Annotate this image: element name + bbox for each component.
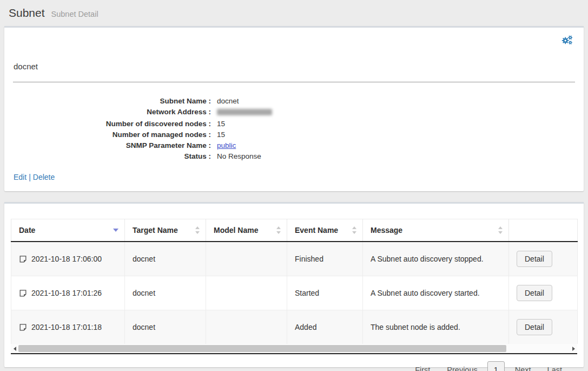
scroll-left-arrow-icon[interactable] — [11, 347, 18, 351]
field-managed-nodes: Number of managed nodes : 15 — [13, 129, 575, 140]
column-label: Target Name — [133, 226, 178, 235]
column-header-message[interactable]: Message — [363, 219, 509, 242]
model-name-cell — [206, 276, 287, 310]
date-cell: 2021-10-18 17:01:26 — [19, 289, 120, 297]
page-title: Subnet — [9, 6, 45, 19]
column-label: Message — [371, 226, 402, 235]
events-table-wrap: Date Target Name Model Name Event N — [11, 219, 577, 354]
subnet-name-heading: docnet — [14, 62, 38, 71]
page-header: Subnet Subnet Detail — [0, 0, 588, 26]
field-value: 15 — [217, 119, 225, 129]
field-value: 15 — [217, 129, 225, 140]
sort-both-icon — [276, 226, 281, 234]
events-table: Date Target Name Model Name Event N — [11, 219, 578, 344]
table-row: 2021-10-18 17:01:18 docnet Added The sub… — [11, 310, 578, 344]
target-name-cell: docnet — [125, 276, 206, 310]
event-name-cell: Finished — [287, 242, 363, 276]
field-status: Status : No Response — [13, 151, 575, 162]
field-label: Network Address : — [13, 107, 211, 119]
subnet-detail-panel: docnet Subnet Name : docnet Network Addr… — [4, 26, 584, 191]
message-cell: The subnet node is added. — [363, 310, 509, 344]
events-table-header-row: Date Target Name Model Name Event N — [11, 219, 578, 242]
event-note-icon — [19, 323, 27, 331]
delete-link[interactable]: Delete — [33, 173, 55, 181]
column-label: Model Name — [214, 226, 258, 235]
column-header-event-name[interactable]: Event Name — [287, 219, 363, 242]
sort-both-icon — [195, 226, 200, 234]
sort-both-icon — [498, 226, 503, 234]
subnet-actions: Edit|Delete — [14, 173, 55, 181]
field-label: SNMP Parameter Name : — [13, 140, 211, 151]
column-header-date[interactable]: Date — [11, 219, 125, 242]
scroll-right-arrow-icon[interactable] — [570, 347, 577, 351]
event-date: 2021-10-18 17:01:26 — [31, 289, 102, 297]
subnet-detail-fields: Subnet Name : docnet Network Address : N… — [13, 96, 575, 162]
events-panel: Date Target Name Model Name Event N — [4, 202, 584, 367]
event-note-icon — [19, 255, 27, 263]
pagination-current-page[interactable]: 1 — [487, 361, 505, 371]
event-note-icon — [19, 289, 27, 297]
pagination-last[interactable]: Last — [547, 366, 562, 371]
edit-link[interactable]: Edit — [14, 173, 27, 181]
settings-gears-icon[interactable] — [561, 35, 573, 45]
sort-both-icon — [352, 226, 357, 234]
pagination-first[interactable]: First — [415, 366, 430, 371]
horizontal-scrollbar[interactable] — [11, 344, 577, 353]
network-address-redacted-value — [217, 107, 272, 119]
column-header-actions — [509, 219, 578, 242]
pagination-previous[interactable]: Previous — [447, 366, 477, 371]
target-name-cell: docnet — [125, 310, 206, 344]
detail-button[interactable]: Detail — [517, 319, 552, 335]
event-date: 2021-10-18 17:01:18 — [31, 323, 102, 331]
model-name-cell — [206, 310, 287, 344]
table-row: 2021-10-18 17:06:00 docnet Finished A Su… — [11, 242, 578, 276]
detail-button[interactable]: Detail — [517, 251, 552, 267]
field-value: No Response — [217, 151, 261, 162]
column-header-target-name[interactable]: Target Name — [125, 219, 206, 242]
field-discovered-nodes: Number of discovered nodes : 15 — [13, 119, 575, 129]
message-cell: A Subnet auto discovery stopped. — [363, 242, 509, 276]
field-label: Subnet Name : — [13, 96, 211, 107]
table-row: 2021-10-18 17:01:26 docnet Started A Sub… — [11, 276, 578, 310]
date-cell: 2021-10-18 17:06:00 — [19, 255, 120, 263]
divider — [13, 82, 575, 82]
snmp-parameter-link[interactable]: public — [217, 141, 236, 149]
column-label: Date — [19, 226, 35, 235]
column-header-model-name[interactable]: Model Name — [206, 219, 287, 242]
pagination-next[interactable]: Next — [515, 366, 531, 371]
scrollbar-thumb[interactable] — [18, 345, 506, 352]
field-subnet-name: Subnet Name : docnet — [13, 96, 575, 107]
redacted-blur-bar — [217, 109, 272, 115]
event-name-cell: Started — [287, 276, 363, 310]
field-label: Number of managed nodes : — [13, 129, 211, 140]
actions-separator: | — [29, 173, 31, 181]
field-value: docnet — [217, 96, 239, 107]
column-label: Event Name — [295, 226, 338, 235]
page-subtitle: Subnet Detail — [51, 10, 98, 18]
pagination: First Previous 1 Next Last — [11, 361, 562, 371]
detail-button[interactable]: Detail — [517, 285, 552, 301]
message-cell: A Subnet auto discovery started. — [363, 276, 509, 310]
field-snmp-parameter: SNMP Parameter Name : public — [13, 140, 575, 151]
field-label: Number of discovered nodes : — [13, 119, 211, 129]
events-table-area: Date Target Name Model Name Event N — [4, 204, 584, 371]
event-date: 2021-10-18 17:06:00 — [31, 255, 102, 263]
target-name-cell: docnet — [125, 242, 206, 276]
sort-desc-icon — [113, 229, 118, 232]
field-network-address: Network Address : — [13, 107, 575, 119]
date-cell: 2021-10-18 17:01:18 — [19, 323, 120, 331]
event-name-cell: Added — [287, 310, 363, 344]
field-label: Status : — [13, 151, 211, 162]
model-name-cell — [206, 242, 287, 276]
